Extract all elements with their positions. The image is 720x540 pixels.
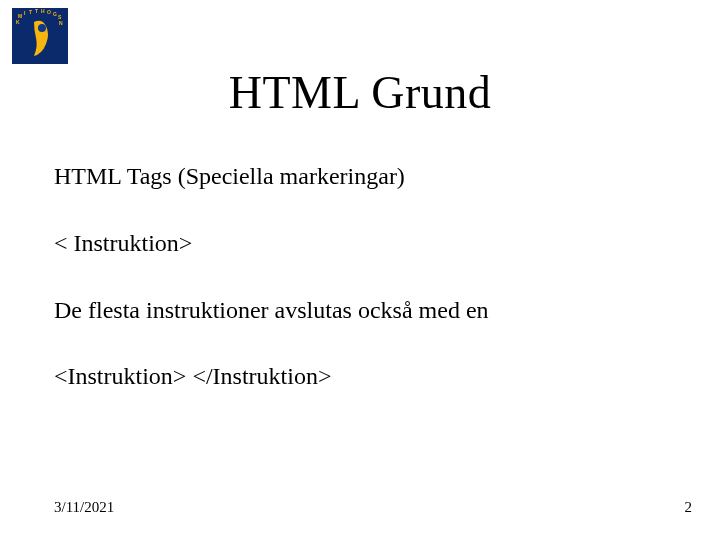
- svg-text:H: H: [41, 8, 45, 14]
- svg-point-11: [38, 24, 46, 32]
- svg-text:T: T: [35, 8, 38, 14]
- svg-text:G: G: [53, 11, 57, 17]
- body-line-2: < Instruktion>: [54, 229, 666, 258]
- footer-date: 3/11/2021: [54, 499, 114, 516]
- logo-icon: M I T T H O G S K N: [12, 8, 68, 64]
- slide: M I T T H O G S K N HTML Grund HTML Tags…: [0, 0, 720, 540]
- body-line-1: HTML Tags (Speciella markeringar): [54, 162, 666, 191]
- svg-text:N: N: [59, 20, 63, 26]
- slide-title: HTML Grund: [0, 66, 720, 119]
- body-line-4: <Instruktion> </Instruktion>: [54, 362, 666, 391]
- svg-text:O: O: [47, 9, 51, 15]
- mitthogskolan-logo: M I T T H O G S K N: [12, 8, 68, 64]
- footer-page-number: 2: [685, 499, 693, 516]
- svg-text:T: T: [29, 9, 32, 15]
- svg-text:K: K: [16, 19, 20, 25]
- body-line-3: De flesta instruktioner avslutas också m…: [54, 296, 666, 325]
- slide-body: HTML Tags (Speciella markeringar) < Inst…: [54, 162, 666, 429]
